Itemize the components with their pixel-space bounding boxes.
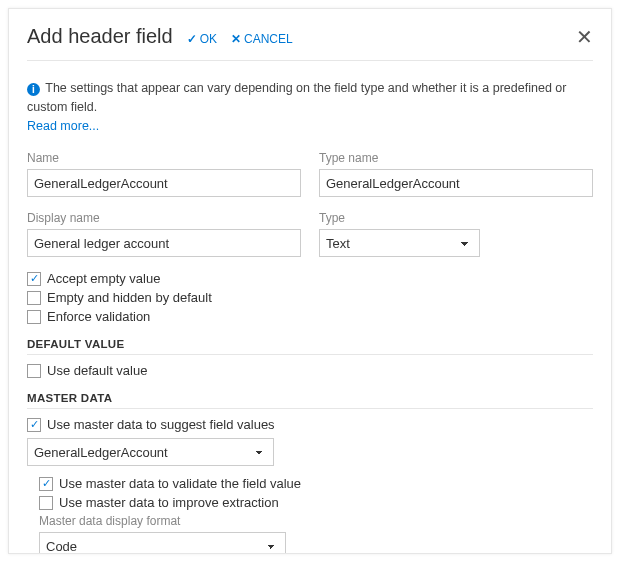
type-name-field: Type name [319,151,593,197]
cross-icon: ✕ [231,32,241,46]
dialog-panel: Add header field ✓ OK ✕ CANCEL ✕ i The s… [8,8,612,554]
empty-hidden-checkbox[interactable] [27,291,41,305]
use-default-checkbox[interactable] [27,364,41,378]
use-master-extract-checkbox[interactable] [39,496,53,510]
master-display-format-label: Master data display format [39,514,286,528]
master-data-section: MASTER DATA [27,392,593,409]
enforce-validation-checkbox[interactable] [27,310,41,324]
dialog-title: Add header field [27,25,173,48]
use-master-validate-checkbox[interactable]: ✓ [39,477,53,491]
name-label: Name [27,151,301,165]
enforce-validation-label: Enforce validation [47,309,150,324]
display-name-label: Display name [27,211,301,225]
info-icon: i [27,83,40,96]
type-field: Type Text [319,211,480,257]
accept-empty-checkbox[interactable]: ✓ [27,272,41,286]
type-select[interactable]: Text [319,229,480,257]
read-more-link[interactable]: Read more... [27,119,99,133]
accept-empty-label: Accept empty value [47,271,160,286]
check-icon: ✓ [187,32,197,46]
dialog-header: Add header field ✓ OK ✕ CANCEL ✕ [27,25,593,61]
type-label: Type [319,211,480,225]
type-name-label: Type name [319,151,593,165]
empty-hidden-label: Empty and hidden by default [47,290,212,305]
header-left: Add header field ✓ OK ✕ CANCEL [27,25,293,48]
use-master-extract-label: Use master data to improve extraction [59,495,279,510]
display-name-input[interactable] [27,229,301,257]
cancel-button[interactable]: ✕ CANCEL [231,32,293,46]
ok-label: OK [200,32,217,46]
use-master-validate-label: Use master data to validate the field va… [59,476,301,491]
default-value-section: DEFAULT VALUE [27,338,593,355]
name-field: Name [27,151,301,197]
info-text: The settings that appear can vary depend… [27,81,566,114]
type-name-input[interactable] [319,169,593,197]
display-name-field: Display name [27,211,301,257]
use-default-label: Use default value [47,363,147,378]
master-display-format-select[interactable]: Code [39,532,286,554]
master-data-source-select[interactable]: GeneralLedgerAccount [27,438,274,466]
name-input[interactable] [27,169,301,197]
info-block: i The settings that appear can vary depe… [27,79,593,135]
cancel-label: CANCEL [244,32,293,46]
close-icon[interactable]: ✕ [576,27,593,47]
use-master-suggest-checkbox[interactable]: ✓ [27,418,41,432]
ok-button[interactable]: ✓ OK [187,32,217,46]
use-master-suggest-label: Use master data to suggest field values [47,417,275,432]
